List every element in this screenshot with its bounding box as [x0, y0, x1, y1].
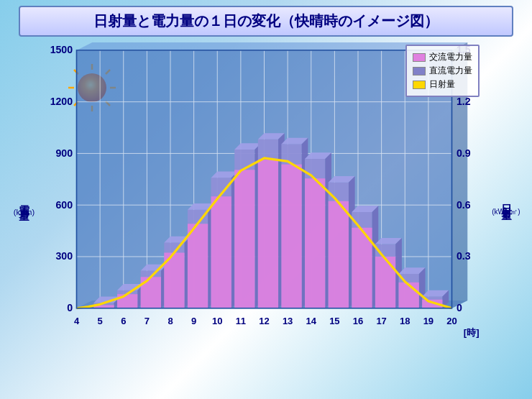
svg-rect-123	[375, 257, 395, 308]
svg-rect-120	[305, 178, 325, 308]
svg-rect-112	[117, 294, 137, 308]
svg-text:19: 19	[423, 316, 434, 326]
svg-rect-118	[258, 160, 278, 308]
svg-text:20: 20	[446, 316, 457, 326]
svg-text:[時]: [時]	[464, 327, 480, 338]
svg-text:1500: 1500	[50, 44, 73, 55]
svg-rect-121	[329, 201, 349, 308]
main-container: 日射量と電力量の１日の変化（快晴時のイメージ図） 電力量 (kWh)	[0, 0, 532, 399]
svg-text:6: 6	[121, 316, 126, 326]
legend-label-dc: 直流電力量	[429, 65, 472, 77]
legend: 交流電力量 直流電力量 日射量	[405, 45, 480, 97]
y-left-label: 電力量	[17, 196, 31, 205]
svg-text:14: 14	[306, 316, 317, 326]
svg-text:11: 11	[236, 316, 247, 326]
y-left-unit: (kWh)	[14, 208, 35, 216]
svg-text:0: 0	[457, 302, 462, 313]
legend-color-solar	[413, 81, 426, 89]
y-axis-right: 日射量 (kWh/㎡)	[483, 41, 526, 372]
svg-text:16: 16	[353, 316, 364, 326]
svg-text:0.6: 0.6	[457, 199, 471, 211]
legend-item-dc: 直流電力量	[413, 65, 472, 77]
svg-text:0.9: 0.9	[457, 147, 471, 159]
y-right-label: 日射量	[500, 196, 513, 204]
legend-item-solar: 日射量	[413, 78, 472, 91]
svg-text:9: 9	[191, 316, 196, 326]
svg-text:0: 0	[67, 302, 73, 313]
chart-wrapper: 電力量 (kWh)	[6, 41, 526, 372]
svg-text:1.2: 1.2	[457, 96, 471, 107]
svg-text:15: 15	[329, 316, 340, 326]
svg-text:13: 13	[283, 316, 293, 326]
y-right-unit: (kWh/㎡)	[492, 207, 520, 217]
svg-text:1200: 1200	[50, 96, 73, 107]
svg-rect-116	[211, 196, 231, 308]
svg-text:5: 5	[98, 316, 103, 326]
svg-rect-115	[188, 224, 208, 308]
y-axis-left: 電力量 (kWh)	[6, 41, 45, 372]
svg-rect-119	[281, 165, 301, 308]
svg-rect-117	[234, 170, 254, 308]
svg-text:600: 600	[55, 199, 73, 211]
title-box: 日射量と電力量の１日の変化（快晴時のイメージ図）	[19, 6, 513, 37]
svg-text:18: 18	[400, 316, 411, 326]
svg-text:900: 900	[55, 147, 73, 159]
svg-text:7: 7	[145, 316, 150, 326]
svg-text:4: 4	[74, 316, 80, 326]
svg-text:300: 300	[55, 250, 73, 262]
legend-color-ac	[413, 53, 426, 62]
legend-label-solar: 日射量	[429, 78, 455, 91]
svg-text:10: 10	[212, 316, 223, 326]
chart-inner: 交流電力量 直流電力量 日射量	[45, 41, 483, 372]
legend-label-ac: 交流電力量	[429, 51, 472, 63]
legend-color-dc	[413, 67, 426, 75]
chart-title: 日射量と電力量の１日の変化（快晴時のイメージ図）	[93, 13, 439, 29]
svg-text:0.3: 0.3	[457, 250, 471, 262]
legend-item-ac: 交流電力量	[413, 51, 472, 63]
svg-text:12: 12	[259, 316, 270, 326]
svg-text:8: 8	[168, 316, 173, 326]
svg-text:17: 17	[376, 316, 387, 326]
